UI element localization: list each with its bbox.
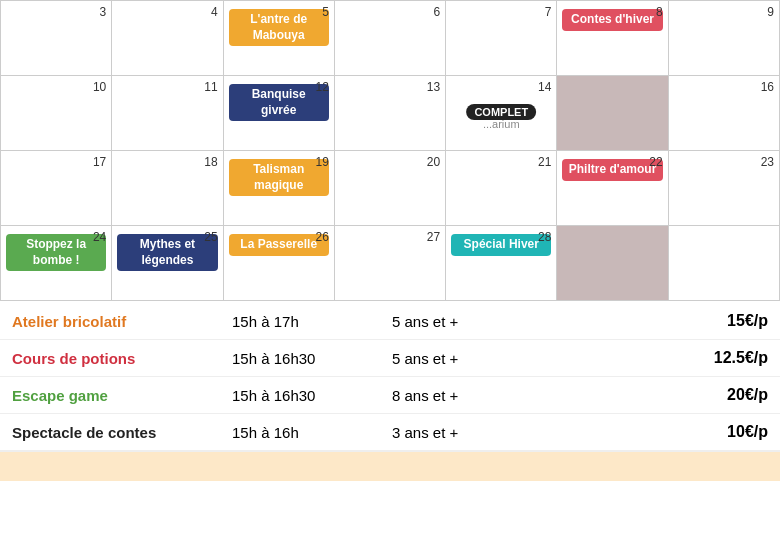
activity-time: 15h à 16h30 <box>220 340 380 377</box>
calendar-cell: 12Banquise givrée <box>223 76 334 151</box>
activity-label: Atelier bricolatif <box>0 303 220 340</box>
day-number: 25 <box>204 230 217 244</box>
calendar-event[interactable]: Contes d'hiver <box>562 9 662 31</box>
day-number: 3 <box>100 5 107 19</box>
day-number: 11 <box>204 80 217 94</box>
calendar-event[interactable]: Spécial Hiver <box>451 234 551 256</box>
calendar-cell <box>668 226 779 301</box>
calendar-cell <box>557 226 668 301</box>
day-number: 18 <box>204 155 217 169</box>
calendar-event[interactable]: La Passerelle <box>229 234 329 256</box>
activity-age: 8 ans et + <box>380 377 540 414</box>
calendar-cell: 3 <box>1 1 112 76</box>
activity-label: Spectacle de contes <box>0 414 220 451</box>
calendar-event[interactable]: L'antre de Mabouya <box>229 9 329 46</box>
day-number: 26 <box>315 230 328 244</box>
activity-price: 15€/p <box>540 303 780 340</box>
day-number: 10 <box>93 80 106 94</box>
calendar-cell: 9 <box>668 1 779 76</box>
calendar-cell: 4 <box>112 1 223 76</box>
day-number: 20 <box>427 155 440 169</box>
calendar-cell: 19Talisman magique <box>223 151 334 226</box>
activity-age: 5 ans et + <box>380 303 540 340</box>
activity-time: 15h à 17h <box>220 303 380 340</box>
day-number: 13 <box>427 80 440 94</box>
day-number: 4 <box>211 5 218 19</box>
complet-badge: COMPLET <box>466 104 536 120</box>
day-number: 28 <box>538 230 551 244</box>
calendar-cell <box>557 76 668 151</box>
calendar-cell: 20 <box>334 151 445 226</box>
calendar-cell: 26La Passerelle <box>223 226 334 301</box>
calendar-event[interactable]: Philtre d'amour <box>562 159 662 181</box>
calendar-cell: 6 <box>334 1 445 76</box>
day-number: 7 <box>545 5 552 19</box>
activity-time: 15h à 16h <box>220 414 380 451</box>
day-number: 24 <box>93 230 106 244</box>
activity-price: 10€/p <box>540 414 780 451</box>
calendar-cell: 28Spécial Hiver <box>446 226 557 301</box>
day-number: 21 <box>538 155 551 169</box>
calendar-cell: 18 <box>112 151 223 226</box>
day-number: 12 <box>315 80 328 94</box>
calendar-cell: 10 <box>1 76 112 151</box>
calendar-table: 345L'antre de Mabouya678Contes d'hiver91… <box>0 0 780 301</box>
price-table: Atelier bricolatif15h à 17h5 ans et +15€… <box>0 303 780 451</box>
day-number: 5 <box>322 5 329 19</box>
activity-price: 20€/p <box>540 377 780 414</box>
calendar-cell: 8Contes d'hiver <box>557 1 668 76</box>
calendar-event[interactable]: Mythes et légendes <box>117 234 217 271</box>
activity-time: 15h à 16h30 <box>220 377 380 414</box>
price-row: Escape game15h à 16h308 ans et +20€/p <box>0 377 780 414</box>
activity-label: Cours de potions <box>0 340 220 377</box>
calendar-cell: 21 <box>446 151 557 226</box>
day-number: 9 <box>767 5 774 19</box>
day-number: 27 <box>427 230 440 244</box>
day-number: 19 <box>315 155 328 169</box>
day-number: 6 <box>433 5 440 19</box>
day-number: 8 <box>656 5 663 19</box>
activity-price: 12.5€/p <box>540 340 780 377</box>
partial-bottom-row <box>0 451 780 481</box>
activity-label: Escape game <box>0 377 220 414</box>
calendar-event[interactable]: Banquise givrée <box>229 84 329 121</box>
calendar-cell: 25Mythes et légendes <box>112 226 223 301</box>
calendar-event[interactable]: Talisman magique <box>229 159 329 196</box>
calendar-cell: 22Philtre d'amour <box>557 151 668 226</box>
price-row: Cours de potions15h à 16h305 ans et +12.… <box>0 340 780 377</box>
day-number: 22 <box>649 155 662 169</box>
day-number: 17 <box>93 155 106 169</box>
price-row: Spectacle de contes15h à 16h3 ans et +10… <box>0 414 780 451</box>
activity-age: 3 ans et + <box>380 414 540 451</box>
calendar-cell: 17 <box>1 151 112 226</box>
day-number: 14 <box>538 80 551 94</box>
day-number: 16 <box>761 80 774 94</box>
calendar-cell: 5L'antre de Mabouya <box>223 1 334 76</box>
calendar-cell: 24Stoppez la bombe ! <box>1 226 112 301</box>
calendar-cell: 13 <box>334 76 445 151</box>
calendar-cell: 27 <box>334 226 445 301</box>
calendar-event[interactable]: Stoppez la bombe ! <box>6 234 106 271</box>
calendar-cell: 23 <box>668 151 779 226</box>
calendar-cell: 14...ariumCOMPLET <box>446 76 557 151</box>
price-row: Atelier bricolatif15h à 17h5 ans et +15€… <box>0 303 780 340</box>
calendar-cell: 7 <box>446 1 557 76</box>
day-number: 23 <box>761 155 774 169</box>
activity-age: 5 ans et + <box>380 340 540 377</box>
calendar-cell: 16 <box>668 76 779 151</box>
calendar-cell: 11 <box>112 76 223 151</box>
